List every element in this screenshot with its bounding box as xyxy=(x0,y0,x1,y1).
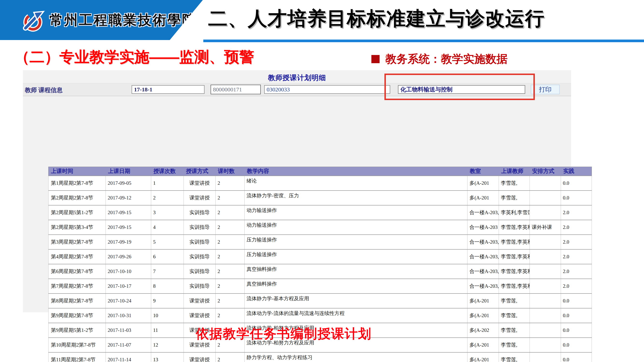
table-cell: 动力输送操作 xyxy=(244,220,468,235)
term-input[interactable] xyxy=(132,85,204,94)
table-cell: 2017-10-17 xyxy=(106,279,151,294)
table-cell: 2017-11-14 xyxy=(106,352,151,362)
table-cell: 2017-10-24 xyxy=(106,294,151,308)
table-cell: 李雪莲,李英利, xyxy=(499,220,530,235)
table-cell: 第3周星期2第7-8节 xyxy=(48,235,106,249)
column-header: 上课时间 xyxy=(48,167,106,176)
column-header: 上课教师 xyxy=(499,167,530,176)
table-cell: 第8周星期2第7-8节 xyxy=(48,294,106,308)
table-cell: 2.0 xyxy=(561,279,592,294)
table-cell: 实训指导 xyxy=(184,264,216,279)
table-cell: 2 xyxy=(151,190,184,205)
table-cell: 第2周星期5第3-4节 xyxy=(48,220,106,235)
table-cell: 0.0 xyxy=(561,176,592,190)
table-cell: 合一楼A-203, xyxy=(468,279,499,294)
table-row: 第2周星期2第7-8节2017-09-122课堂讲授2流体静力学-密度、压力多(… xyxy=(48,190,592,205)
table-cell: 真空抽料操作 xyxy=(244,264,468,279)
table-cell xyxy=(530,279,561,294)
table-cell: 合一楼A-203, xyxy=(468,205,499,220)
table-row: 第7周星期2第7-8节2017-10-178实训指导2真空抽料操作合一楼A-20… xyxy=(48,279,592,294)
table-cell: 2.0 xyxy=(561,235,592,249)
table-cell: 8 xyxy=(151,279,184,294)
teacher-id-input[interactable] xyxy=(210,85,261,94)
filter-label: 教师 课程信息 xyxy=(25,86,62,94)
table-cell: 第1周星期2第7-8节 xyxy=(48,176,106,190)
table-cell: 绪论 xyxy=(244,176,468,190)
table-cell: 合一楼A-203, xyxy=(468,235,499,249)
table-row: 第8周星期2第7-8节2017-10-249课堂讲授2流体静力学-基本方程及应用… xyxy=(48,294,592,308)
table-cell xyxy=(530,249,561,264)
column-header: 上课日期 xyxy=(106,167,151,176)
table-cell: 2017-10-31 xyxy=(106,308,151,323)
table-cell: 多(A-201 xyxy=(468,352,499,362)
table-cell: 合一楼A-203 xyxy=(468,220,499,235)
table-cell: 第11周星期2第7-8节 xyxy=(48,352,106,362)
table-cell: 2017-09-05 xyxy=(106,176,151,190)
table-cell: 第2周星期2第7-8节 xyxy=(48,190,106,205)
column-header: 课时数 xyxy=(216,167,244,176)
table-cell: 0.0 xyxy=(561,308,592,323)
table-cell xyxy=(530,176,561,190)
table-cell: 课外补课 xyxy=(530,220,561,235)
table-cell xyxy=(530,235,561,249)
table-cell: 0.0 xyxy=(561,323,592,338)
table-cell: 第6周星期2第7-8节 xyxy=(48,264,106,279)
table-cell: 10 xyxy=(151,308,184,323)
edu-system-panel: 教师授课计划明细 教师 课程信息 打印 上课时间上课日期授课次数授课方式课时数教… xyxy=(23,70,571,312)
table-cell: 多(A-201 xyxy=(468,294,499,308)
table-cell: 2 xyxy=(216,205,244,220)
table-cell: 2.0 xyxy=(561,264,592,279)
table-cell: 实训指导 xyxy=(184,235,216,249)
table-cell: 实训指导 xyxy=(184,249,216,264)
table-cell: 7 xyxy=(151,264,184,279)
table-cell: 2 xyxy=(216,264,244,279)
column-header: 教学内容 xyxy=(244,167,468,176)
table-cell: 课堂讲授 xyxy=(184,294,216,308)
table-cell: 李雪莲,李英利, xyxy=(499,264,530,279)
table-cell xyxy=(530,294,561,308)
table-cell: 真空抽料操作 xyxy=(244,279,468,294)
table-cell: 实训指导 xyxy=(184,220,216,235)
table-cell: 李雪莲, xyxy=(499,294,530,308)
school-logo-icon xyxy=(22,9,46,33)
table-cell: 李雪莲,李英利, xyxy=(499,249,530,264)
table-cell: 课堂讲授 xyxy=(184,308,216,323)
table-cell: 课堂讲授 xyxy=(184,352,216,362)
table-row: 第6周星期2第7-8节2017-10-107实训指导2真空抽料操作合一楼A-20… xyxy=(48,264,592,279)
table-cell xyxy=(530,308,561,323)
column-header: 授课次数 xyxy=(151,167,184,176)
school-banner: 常州工程職業技術學院 xyxy=(0,0,208,40)
table-cell: 动力输送操作 xyxy=(244,205,468,220)
table-cell: 多(A-201 xyxy=(468,176,499,190)
print-button[interactable]: 打印 xyxy=(531,85,560,94)
bullet-line: 教务系统：教学实施数据 xyxy=(372,52,508,67)
table-cell: 合一楼A-203, xyxy=(468,264,499,279)
table-cell: 9 xyxy=(151,294,184,308)
table-header-row: 上课时间上课日期授课次数授课方式课时数教学内容教室上课教师安排方式实践 xyxy=(48,167,592,176)
table-cell: 2 xyxy=(216,176,244,190)
table-cell: 实训指导 xyxy=(184,205,216,220)
table-cell: 2017-09-15 xyxy=(106,220,151,235)
column-header: 实践 xyxy=(561,167,592,176)
table-cell xyxy=(530,352,561,362)
table-cell: 李雪莲, xyxy=(499,352,530,362)
course-code-input[interactable] xyxy=(264,85,390,94)
table-cell: 流体静力学-密度、压力 xyxy=(244,190,468,205)
table-cell: 2.0 xyxy=(561,205,592,220)
table-row: 第1周星期2第7-8节2017-09-051课堂讲授2绪论多(A-201李雪莲,… xyxy=(48,176,592,190)
bullet-square-icon xyxy=(372,55,380,63)
table-cell: 李雪莲, xyxy=(499,190,530,205)
table-row: 第2周星期5第1-2节2017-09-153实训指导2动力输送操作合一楼A-20… xyxy=(48,205,592,220)
table-cell: 2 xyxy=(216,352,244,362)
table-cell: 2017-09-15 xyxy=(106,205,151,220)
table-cell: 0.0 xyxy=(561,294,592,308)
table-cell: 2.0 xyxy=(561,220,592,235)
table-cell: 0.0 xyxy=(561,190,592,205)
section-heading: （二）专业教学实施——监测、预警 xyxy=(14,47,254,67)
annotation-box xyxy=(384,74,535,100)
slide: 常州工程職業技術學院 二、人才培养目标标准建立与诊改运行 （二）专业教学实施——… xyxy=(0,0,644,362)
table-cell xyxy=(530,205,561,220)
table-cell: 5 xyxy=(151,235,184,249)
school-name: 常州工程職業技術學院 xyxy=(50,11,197,29)
table-cell: 课堂讲授 xyxy=(184,176,216,190)
